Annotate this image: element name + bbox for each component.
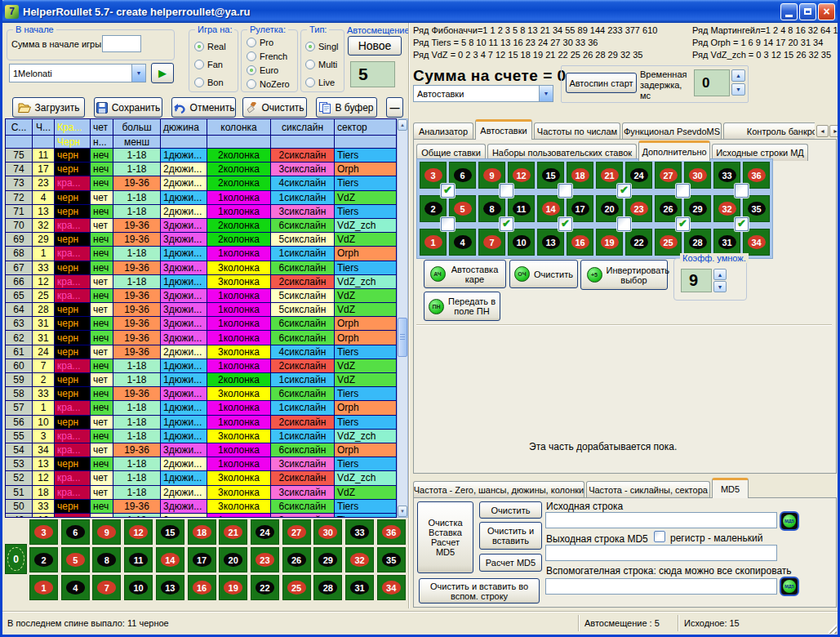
board-cell-2[interactable]: 2 xyxy=(29,547,58,572)
column-header[interactable] xyxy=(6,136,33,149)
main-tab-4[interactable]: Контроль банкрол xyxy=(723,122,815,140)
table-cell[interactable]: 32 xyxy=(33,219,55,233)
table-cell[interactable]: чет xyxy=(91,471,113,485)
clear-selection-button[interactable]: ОЧ Очистить xyxy=(509,260,578,288)
table-cell[interactable]: 1колонка xyxy=(207,247,271,261)
table-cell[interactable]: 1дюжи... xyxy=(161,247,207,261)
board-cell-36[interactable]: 36 xyxy=(377,519,406,545)
table-cell[interactable]: 55 xyxy=(6,430,33,443)
table-cell[interactable]: 3дюжи... xyxy=(161,219,207,233)
table-cell[interactable]: VdZ_zch xyxy=(335,430,397,443)
table-cell[interactable]: кра... xyxy=(55,401,91,415)
table-cell[interactable]: 28 xyxy=(33,303,55,317)
split-checkbox[interactable] xyxy=(500,217,513,231)
delay-spin-down-icon[interactable]: ▼ xyxy=(731,83,745,96)
main-tab-0[interactable]: Анализатор xyxy=(413,122,473,140)
table-cell[interactable]: 24 xyxy=(33,345,55,359)
table-cell[interactable]: 18 xyxy=(33,486,55,500)
bet-board-cell-7[interactable]: 7 xyxy=(478,229,505,256)
main-tab-2[interactable]: Частоты по числам xyxy=(534,122,620,140)
table-cell[interactable]: 1-18 xyxy=(113,205,161,219)
scrollbar-thumb[interactable] xyxy=(398,318,407,357)
table-cell[interactable]: 2дюжи... xyxy=(161,345,207,359)
table-cell[interactable]: кра... xyxy=(55,443,91,457)
table-cell[interactable]: 1колонка xyxy=(207,317,271,331)
table-cell[interactable]: неч xyxy=(91,205,113,219)
table-cell[interactable]: 1дюжи... xyxy=(161,430,207,443)
board-cell-4[interactable]: 4 xyxy=(61,575,90,600)
table-cell[interactable]: 1-18 xyxy=(113,471,161,485)
bet-board-cell-28[interactable]: 28 xyxy=(684,229,711,256)
table-cell[interactable]: 64 xyxy=(6,303,33,317)
md5-aux-run-button[interactable]: МД5 xyxy=(780,577,799,596)
table-cell[interactable]: неч xyxy=(91,430,113,443)
table-cell[interactable]: 3колонка xyxy=(207,430,271,443)
bet-board-cell-10[interactable]: 10 xyxy=(508,229,535,256)
table-cell[interactable]: черн xyxy=(55,233,91,247)
table-cell[interactable]: черн xyxy=(55,373,91,387)
md5-bigclear-button[interactable]: Очистка Вставка Расчет MD5 xyxy=(417,501,473,573)
table-cell[interactable]: 33 xyxy=(33,387,55,401)
table-cell[interactable]: неч xyxy=(91,163,113,176)
table-cell[interactable]: чет xyxy=(91,219,113,233)
table-cell[interactable]: 29 xyxy=(33,233,55,247)
column-header[interactable]: дюжина xyxy=(161,119,207,136)
table-cell[interactable]: чет xyxy=(91,416,113,430)
board-cell-13[interactable]: 13 xyxy=(156,575,184,600)
send-to-pn-button[interactable]: ПН Передать в поле ПН xyxy=(424,292,500,321)
table-cell[interactable]: 1сикслайн xyxy=(271,430,335,443)
table-cell[interactable]: чет xyxy=(91,443,113,457)
table-cell[interactable]: 1колонка xyxy=(207,191,271,205)
table-cell[interactable]: 33 xyxy=(33,500,55,514)
table-cell[interactable]: 19-36 xyxy=(113,261,161,275)
table-cell[interactable]: 3дюжи... xyxy=(161,317,207,331)
table-cell[interactable]: кра... xyxy=(55,247,91,261)
table-cell[interactable]: неч xyxy=(91,401,113,415)
column-header[interactable]: н... xyxy=(91,136,113,149)
board-cell-23[interactable]: 23 xyxy=(251,547,279,572)
table-cell[interactable]: неч xyxy=(91,289,113,303)
radio-french[interactable]: French xyxy=(247,49,290,63)
radio-fan[interactable]: Fan xyxy=(194,56,226,74)
table-cell[interactable]: неч xyxy=(91,149,113,163)
table-cell[interactable]: черн xyxy=(55,345,91,359)
radio-real[interactable]: Real xyxy=(194,38,226,56)
table-cell[interactable]: 1колонка xyxy=(207,443,271,457)
table-cell[interactable]: 34 xyxy=(33,443,55,457)
split-checkbox[interactable] xyxy=(441,184,455,198)
table-cell[interactable]: 6сикслайн xyxy=(271,387,335,401)
table-cell[interactable]: 68 xyxy=(6,247,33,261)
table-cell[interactable]: 3сикслайн xyxy=(271,205,335,219)
table-cell[interactable]: 19-36 xyxy=(113,303,161,317)
table-cell[interactable]: 1-18 xyxy=(113,514,161,518)
radio-bon[interactable]: Bon xyxy=(194,74,226,91)
table-cell[interactable]: 23 xyxy=(33,176,55,190)
table-cell[interactable]: 19-36 xyxy=(113,345,161,359)
table-cell[interactable]: 33 xyxy=(33,261,55,275)
column-header[interactable]: сикслайн xyxy=(271,119,335,136)
radio-icon[interactable] xyxy=(305,78,315,87)
сохранить-button[interactable]: Сохранить xyxy=(94,97,162,118)
table-cell[interactable]: чет xyxy=(91,345,113,359)
table-cell[interactable]: 3колонка xyxy=(207,471,271,485)
column-header[interactable] xyxy=(207,136,271,149)
board-cell-33[interactable]: 33 xyxy=(345,519,374,545)
table-cell[interactable]: 2сикслайн xyxy=(271,471,335,485)
table-cell[interactable]: 3дюжи... xyxy=(161,303,207,317)
table-cell[interactable]: кра... xyxy=(55,176,91,190)
board-cell-3[interactable]: 3 xyxy=(29,519,58,545)
table-cell[interactable]: черн xyxy=(55,416,91,430)
table-cell[interactable]: 2колонка xyxy=(207,233,271,247)
table-cell[interactable]: 60 xyxy=(6,359,33,373)
board-cell-20[interactable]: 20 xyxy=(219,547,247,572)
table-cell[interactable]: черн xyxy=(55,191,91,205)
table-cell[interactable]: 3колонка xyxy=(207,261,271,275)
preset-combo[interactable]: 1Melonati ▼ xyxy=(9,64,146,82)
table-cell[interactable]: чет xyxy=(91,486,113,500)
table-cell[interactable]: 3сикслайн xyxy=(271,486,335,500)
table-cell[interactable]: VdZ xyxy=(335,303,397,317)
board-cell-24[interactable]: 24 xyxy=(251,519,279,545)
table-cell[interactable]: кра... xyxy=(55,430,91,443)
table-cell[interactable]: VdZ_zch xyxy=(335,219,397,233)
table-cell[interactable]: 71 xyxy=(6,205,33,219)
